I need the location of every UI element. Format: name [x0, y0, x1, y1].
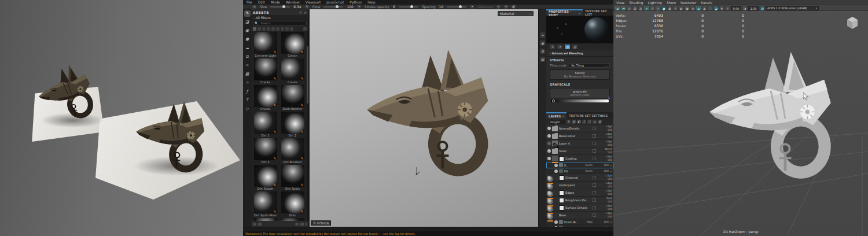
brush-item[interactable]: Dirt Brushed [279, 138, 306, 164]
close-icon[interactable]: × [562, 115, 564, 118]
slider-handle[interactable] [552, 99, 555, 102]
tab-properties-paint[interactable]: PROPERTIES - PAINT × [546, 9, 583, 16]
angle-jitter-icon[interactable]: ✦ [470, 5, 474, 9]
shadows-icon[interactable]: ◐ [679, 6, 683, 10]
layer-row-steel[interactable]: SteelNorm100 [546, 148, 613, 155]
assets-search-box[interactable]: 🔍 [253, 21, 307, 25]
viewport-display-mode-dropdown[interactable]: Material ⌄ [498, 11, 534, 16]
camera-attributes-icon[interactable]: ◎ [627, 6, 631, 10]
visibility-eye-icon[interactable] [547, 127, 551, 130]
assets-search-input[interactable] [259, 21, 305, 25]
menu-show[interactable]: Show [667, 1, 676, 5]
stencil-resource-button[interactable]: Stencil No Resource Selected [550, 69, 610, 80]
image-plane-icon[interactable]: ▥ [638, 6, 643, 10]
flow-pressure-icon[interactable]: ✎ [357, 5, 361, 9]
tab-texture-set-settings[interactable]: TEXTURE SET SETTINGS [567, 112, 610, 119]
filter-environments-icon[interactable] [290, 27, 293, 31]
menu-panels[interactable]: Panels [701, 1, 712, 5]
motion-blur-icon[interactable]: ≋ [690, 6, 695, 10]
mask-thumbnail[interactable] [559, 175, 564, 180]
menu-help[interactable]: Help [367, 0, 376, 5]
filter-smart-materials-icon[interactable] [276, 27, 279, 31]
layer-row-finish-brush[interactable]: Finish Brush...Repl100× [546, 219, 613, 225]
brush-item[interactable]: Dirt 2 [279, 112, 306, 138]
text-tool-icon[interactable]: T [244, 97, 251, 104]
color-management-icon[interactable]: ▧ [760, 6, 764, 10]
menu-python[interactable]: Python [350, 0, 362, 5]
viewcube-icon[interactable] [845, 15, 860, 30]
brush-item[interactable]: Cracks [279, 58, 306, 84]
spacing-slider[interactable] [447, 6, 466, 8]
projection-tool-icon[interactable]: ▣ [244, 28, 251, 34]
brush-item[interactable]: Cracks [252, 58, 278, 84]
wireframe-icon[interactable]: ◇ [656, 6, 660, 10]
clone-tool-icon[interactable]: ⧉ [244, 54, 251, 60]
xray-icon[interactable]: ◪ [713, 6, 718, 10]
remove-effect-icon[interactable]: × [610, 220, 612, 224]
more-options-icon[interactable] [306, 223, 307, 226]
export-resources-icon[interactable] [258, 223, 262, 226]
visibility-eye-icon[interactable] [547, 134, 551, 138]
filter-textures-icon[interactable] [267, 27, 270, 31]
polygon-fill-tool-icon[interactable]: ⬟ [244, 36, 251, 43]
display-settings-icon[interactable]: ◉ [540, 40, 545, 46]
layer-row-paint-effect[interactable]: P...Norm100× [546, 163, 613, 168]
menu-renderer[interactable]: Renderer [681, 1, 696, 5]
list-view-icon[interactable] [300, 223, 304, 226]
particle-settings-icon[interactable]: ✦ [557, 45, 562, 49]
lock-camera-icon[interactable]: ⬒ [621, 6, 626, 10]
stencil-settings-icon[interactable]: ▨ [565, 45, 570, 49]
anubis-ring-clay-model[interactable] [700, 46, 839, 191]
paint-tool-icon[interactable]: ✎ [244, 10, 251, 17]
history-icon[interactable]: ▤ [540, 57, 545, 62]
gamma-field[interactable]: 1.00 [748, 6, 759, 10]
layer-row-coating[interactable]: CoatingLdge100 [546, 155, 613, 163]
screen-ao-icon[interactable]: ▩ [685, 6, 689, 10]
advanced-blending-section[interactable]: › Advanced Blending [546, 50, 613, 57]
visibility-eye-icon[interactable] [554, 169, 558, 173]
add-fill-layer-icon[interactable]: ▧ [572, 120, 576, 124]
flow-value[interactable]: 100 [347, 5, 353, 9]
mask-thumbnail[interactable] [559, 205, 564, 211]
tab-layers[interactable]: LAYERS × [546, 112, 567, 119]
filter-filters-icon[interactable] [285, 27, 289, 31]
view-transform-dropdown[interactable]: ACES 1.0 SDR-video (sRGB) ▾ [766, 6, 819, 10]
add-paint-layer-icon[interactable]: ✎ [567, 120, 571, 124]
lighting-icon[interactable]: ☀ [673, 6, 678, 10]
remove-effect-icon[interactable]: × [610, 169, 612, 173]
mask-thumbnail[interactable] [559, 190, 564, 196]
menu-view[interactable]: View [616, 1, 624, 5]
layer-row-edges[interactable]: EdgesLdge100 [546, 189, 613, 197]
tab-texture-set-list[interactable]: TEXTURE SET LIST [583, 9, 613, 16]
brush-item[interactable]: Cotton [279, 32, 306, 58]
layer-row-fill-effect[interactable]: FillNorm100× [546, 168, 613, 174]
add-mask-icon[interactable]: ▢ [587, 120, 591, 124]
add-effect-icon[interactable]: ƒ [582, 120, 586, 124]
stroke-opacity-slider[interactable] [399, 6, 418, 8]
filter-materials-icon[interactable] [271, 27, 275, 31]
layer-row-roughness[interactable]: Roughness De...Repl100 [546, 197, 613, 204]
grid-view-icon[interactable] [303, 27, 307, 31]
channel-filter-dropdown[interactable]: Height ⌄ [548, 120, 565, 124]
stroke-opacity-value[interactable]: 6 [393, 5, 395, 9]
menu-window[interactable]: Window [286, 0, 300, 5]
layer-row-charcoal[interactable]: CharcoalLdge100 [546, 174, 613, 182]
visibility-eye-icon[interactable] [554, 164, 558, 167]
grid-snap-icon[interactable]: ▦ [512, 5, 516, 9]
brush-item[interactable]: Dirt Splash [252, 165, 278, 191]
depth-of-field-icon[interactable]: ◉ [702, 6, 707, 10]
gamma-icon[interactable]: ◑ [742, 6, 747, 10]
menu-mode[interactable]: Mode [271, 0, 280, 5]
console-tab[interactable]: + PYTHON [311, 220, 331, 226]
visibility-eye-icon[interactable] [547, 157, 551, 160]
mask-thumbnail[interactable] [559, 156, 564, 161]
add-smart-material-icon[interactable]: ◧ [577, 120, 581, 124]
bookmark-icon[interactable]: ▤ [632, 6, 637, 10]
material-settings-icon[interactable]: ▥ [572, 45, 578, 49]
multisample-icon[interactable]: ▣ [696, 6, 701, 10]
mask-thumbnail[interactable] [559, 198, 564, 203]
size-value[interactable]: 6.34 [293, 5, 301, 9]
geometry-mask-tool-icon[interactable]: ▩ [244, 71, 251, 78]
layer-row-base[interactable]: BaseLdge100 [546, 212, 613, 219]
menu-edit[interactable]: Edit [258, 0, 265, 5]
